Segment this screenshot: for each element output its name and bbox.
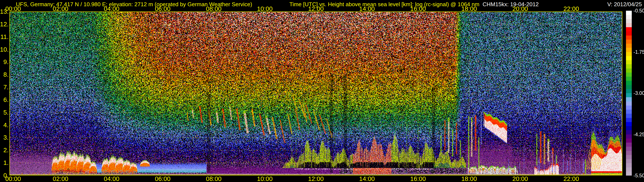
y-tick-8.: 8. bbox=[0, 72, 8, 78]
x-tick-bottom-02:00: 02:00 bbox=[53, 176, 68, 182]
colorbar-label--3.00: -3.00 bbox=[634, 91, 644, 96]
colorbar-segment-28 bbox=[626, 126, 632, 130]
y-tick-7.: 7. bbox=[0, 84, 8, 90]
colorbar-segment-7 bbox=[626, 40, 632, 44]
colorbar-segment-22 bbox=[626, 101, 632, 105]
y-tick-13.: 13. bbox=[0, 8, 8, 15]
colorbar-segment-17 bbox=[626, 81, 632, 85]
y-tick-4.: 4. bbox=[0, 122, 8, 128]
x-tick-top-06:00: 06:00 bbox=[155, 6, 170, 12]
colorbar-segment-12 bbox=[626, 60, 632, 64]
y-tick-10.: 10. bbox=[0, 46, 8, 53]
y-tick-2.: 2. bbox=[0, 147, 8, 153]
colorbar-segment-36 bbox=[626, 159, 632, 163]
x-tick-bottom-12:00: 12:00 bbox=[308, 176, 324, 182]
colorbar-segment-19 bbox=[626, 89, 632, 93]
colorbar-segment-16 bbox=[626, 77, 632, 81]
y-tick-12.: 12. bbox=[0, 21, 8, 27]
colorbar-segment-37 bbox=[626, 163, 632, 167]
y-tick-1.: 1. bbox=[0, 160, 8, 166]
y-tick-5.: 5. bbox=[0, 109, 8, 116]
x-tick-top-10:00: 10:00 bbox=[257, 6, 273, 12]
colorbar-label--0.50: -0.50 bbox=[634, 8, 644, 13]
y-tick-9.: 9. bbox=[0, 59, 8, 65]
colorbar-segment-23 bbox=[626, 105, 632, 110]
colorbar-segment-25 bbox=[626, 114, 632, 118]
y-tick-11.: 11. bbox=[0, 34, 8, 40]
colorbar-label--1.75: -1.75 bbox=[634, 50, 644, 55]
y-tick-6.: 6. bbox=[0, 97, 8, 103]
x-tick-bottom-22:00: 22:00 bbox=[564, 176, 579, 182]
x-tick-bottom-10:00: 10:00 bbox=[257, 176, 273, 182]
colorbar-segment-31 bbox=[626, 139, 632, 143]
colorbar-segment-32 bbox=[626, 143, 632, 147]
ceilometer-screen: UFS, Germany; 47.417 N / 10.980 E; eleva… bbox=[0, 0, 644, 182]
version-label: V: 2012/04/25 bbox=[607, 1, 642, 8]
colorbar-segment-15 bbox=[626, 73, 632, 77]
colorbar-segment-39 bbox=[626, 172, 632, 176]
x-tick-top-02:00: 02:00 bbox=[53, 6, 68, 12]
x-tick-top-04:00: 04:00 bbox=[104, 6, 120, 12]
colorbar-segment-21 bbox=[626, 97, 632, 101]
colorbar-segment-33 bbox=[626, 147, 632, 151]
colorbar-segment-35 bbox=[626, 155, 632, 159]
colorbar-segment-26 bbox=[626, 118, 632, 122]
x-tick-bottom-18:00: 18:00 bbox=[461, 176, 477, 182]
instrument-date: CHM15kx: 19-04-2012 bbox=[482, 1, 539, 8]
colorbar-label--5.50: -5.50 bbox=[634, 173, 644, 178]
colorbar-segment-38 bbox=[626, 168, 632, 172]
x-tick-bottom-14:00: 14:00 bbox=[359, 176, 375, 182]
x-tick-top-22:00: 22:00 bbox=[564, 6, 579, 12]
colorbar-segment-1 bbox=[626, 15, 632, 19]
x-tick-bottom-08:00: 08:00 bbox=[206, 176, 222, 182]
x-tick-top-08:00: 08:00 bbox=[206, 6, 222, 12]
y-tick-3.: 3. bbox=[0, 134, 8, 141]
colorbar-segment-24 bbox=[626, 110, 632, 114]
x-tick-top-12:00: 12:00 bbox=[308, 6, 324, 12]
colorbar-segment-13 bbox=[626, 64, 632, 68]
colorbar-segment-5 bbox=[626, 31, 632, 35]
x-tick-bottom-00:00: 00:00 bbox=[5, 176, 21, 182]
colorbar-segment-3 bbox=[626, 23, 632, 27]
colorbar-segment-4 bbox=[626, 27, 632, 31]
colorbar-segment-29 bbox=[626, 130, 632, 134]
x-tick-top-16:00: 16:00 bbox=[410, 6, 426, 12]
colorbar-segment-0 bbox=[626, 11, 632, 15]
colorbar-segment-34 bbox=[626, 151, 632, 155]
colorbar-segment-30 bbox=[626, 134, 632, 139]
colorbar-segment-27 bbox=[626, 122, 632, 126]
colorbar-segment-2 bbox=[626, 19, 632, 23]
colorbar-segment-20 bbox=[626, 93, 632, 97]
heatmap-canvas bbox=[10, 11, 622, 175]
colorbar-segment-11 bbox=[626, 56, 632, 60]
x-tick-bottom-20:00: 20:00 bbox=[512, 176, 528, 182]
colorbar-segment-10 bbox=[626, 52, 632, 56]
x-tick-top-18:00: 18:00 bbox=[461, 6, 477, 12]
colorbar-segment-9 bbox=[626, 48, 632, 52]
x-tick-top-20:00: 20:00 bbox=[512, 6, 528, 12]
colorbar-segment-18 bbox=[626, 85, 632, 89]
x-tick-bottom-06:00: 06:00 bbox=[155, 176, 170, 182]
colorbar-label--4.25: -4.25 bbox=[634, 132, 644, 137]
colorbar-segment-6 bbox=[626, 36, 632, 40]
x-tick-top-14:00: 14:00 bbox=[359, 6, 375, 12]
colorbar-segment-8 bbox=[626, 44, 632, 48]
colorbar-segment-14 bbox=[626, 69, 632, 73]
x-tick-bottom-16:00: 16:00 bbox=[410, 176, 426, 182]
colorbar bbox=[626, 11, 632, 176]
x-tick-bottom-04:00: 04:00 bbox=[104, 176, 120, 182]
